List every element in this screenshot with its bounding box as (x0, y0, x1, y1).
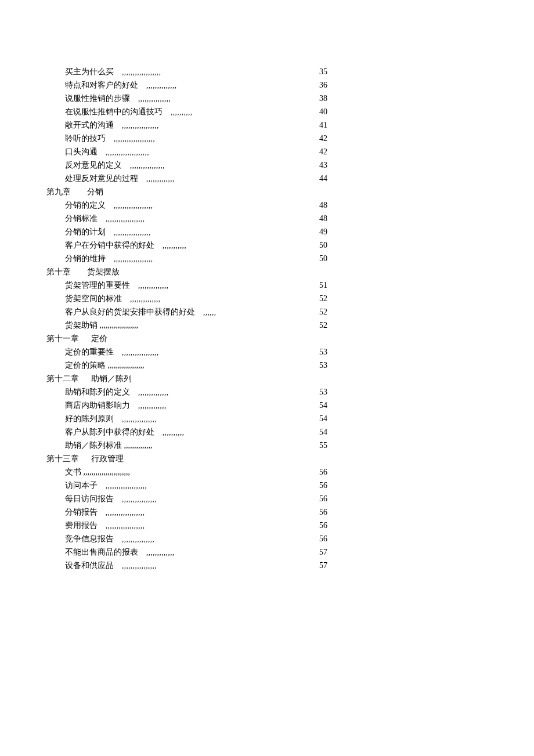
entry-leader: ,,,,,,,,,,,,,,,, (122, 559, 157, 572)
entry-leader: ,,,,,,,,,,,,,,,,, (122, 345, 159, 359)
entry-page-number: 50 (319, 238, 342, 252)
toc-chapter-heading: 第十一章 定价 (46, 332, 342, 345)
entry-page-number: 53 (319, 345, 342, 359)
entry-page-number: 42 (319, 145, 342, 158)
entry-page-number: 56 (319, 505, 342, 519)
entry-leader: ,,,,,,,,,,,,, (146, 172, 175, 185)
entry-title: 在说服性推销中的沟通技巧 (65, 105, 163, 118)
entry-leader: ,,,,,,,,,,,,,,,,,, (122, 65, 161, 78)
entry-leader: ,,,,,,,,,,,,,,,,,,, (114, 132, 155, 145)
entry-leader: ,,,,,,,,,, (171, 105, 193, 118)
entry-leader: ,,,,,,,,,,,,,,,,, (114, 225, 151, 238)
entry-page-number: 40 (319, 105, 342, 118)
toc-entry: 分销标准,,,,,,,,,,,,,,,,,,48 (46, 212, 342, 225)
entry-page-number: 54 (319, 425, 342, 439)
entry-title: 费用报告 (65, 519, 98, 532)
entry-page-number: 36 (319, 78, 342, 92)
entry-page-number: 56 (319, 519, 342, 532)
entry-title: 处理反对意见的过程 (65, 172, 138, 185)
toc-entry: 货架助销 ,,,,,,,,,,,,,,,,,,,52 (46, 319, 342, 332)
entry-page-number: 52 (319, 305, 342, 319)
toc-entry: 助销和陈列的定义,,,,,,,,,,,,,,53 (46, 385, 342, 399)
toc-entry: 费用报告,,,,,,,,,,,,,,,,,,56 (46, 519, 342, 532)
toc-entry: 买主为什么买,,,,,,,,,,,,,,,,,,35 (46, 65, 342, 78)
toc-entry: 分销的计划,,,,,,,,,,,,,,,,,49 (46, 225, 342, 238)
entry-page-number: 41 (319, 118, 342, 132)
entry-title: 说服性推销的步骤 (65, 92, 130, 105)
toc-entry: 特点和对客户的好处,,,,,,,,,,,,,,36 (46, 78, 342, 92)
toc-entry: 货架管理的重要性,,,,,,,,,,,,,,51 (46, 278, 342, 292)
entry-leader: ,,,,,,,,,,,,,,,,,, (106, 505, 145, 519)
entry-leader: ,,,,,,,,,,,,,,,, (130, 158, 165, 172)
entry-page-number: 35 (319, 65, 342, 78)
toc-entry: 定价的策略 ,,,,,,,,,,,,,,,,,,53 (46, 359, 342, 372)
entry-title: 商店内助销影响力 (65, 399, 130, 412)
entry-title: 分销报告 (65, 505, 98, 519)
entry-leader: ,,,,,,,,,,,,,, (130, 292, 161, 305)
toc-entry: 定价的重要性,,,,,,,,,,,,,,,,,53 (46, 345, 342, 359)
entry-leader: ,,,,,,,,,,,,,,,,,, (106, 212, 145, 225)
entry-title: 客户从良好的货架安排中获得的好处 (65, 305, 195, 319)
entry-title: 定价的重要性 (65, 345, 114, 359)
entry-title: 不能出售商品的报表 (65, 545, 138, 559)
entry-title: 助销／陈列标准 ,,,,,,,,,,,,,, (65, 439, 153, 452)
entry-page-number: 54 (319, 399, 342, 412)
entry-page-number: 53 (319, 359, 342, 372)
entry-title: 客户从陈列中获得的好处 (65, 425, 154, 439)
entry-leader: ,,,,,,,,,,,,,,,,,, (114, 198, 153, 212)
toc-chapter-heading: 第十章 货架摆放 (46, 265, 342, 278)
entry-page-number: 52 (319, 319, 342, 332)
entry-page-number: 56 (319, 465, 342, 479)
entry-leader: ,,,,,,,,,,,,,,,,,,, (106, 479, 147, 492)
toc-entry: 敞开式的沟通,,,,,,,,,,,,,,,,,41 (46, 118, 342, 132)
entry-page-number: 52 (319, 292, 342, 305)
entry-leader: ,,,,,,,,,,,,, (146, 545, 175, 559)
toc-entry: 客户从陈列中获得的好处,,,,,,,,,,54 (46, 425, 342, 439)
entry-leader: ,,,,,,,,,,, (163, 238, 186, 252)
entry-title: 聆听的技巧 (65, 132, 106, 145)
entry-leader: ,,,,,,,,,,,,,,, (122, 532, 154, 545)
entry-title: 分销标准 (65, 212, 98, 225)
entry-page-number: 51 (319, 278, 342, 292)
entry-page-number: 44 (319, 172, 342, 185)
chapter-title: 第十三章 行政管理 (46, 452, 124, 465)
entry-leader: ,,,,,,,,,,,,,, (146, 78, 177, 92)
entry-page-number: 56 (319, 532, 342, 545)
entry-title: 好的陈列原则 (65, 412, 114, 425)
entry-title: 反对意见的定义 (65, 158, 122, 172)
toc-entry: 反对意见的定义,,,,,,,,,,,,,,,,43 (46, 158, 342, 172)
entry-leader: ,,,,,,,,,,,,,,,,, (122, 118, 159, 132)
entry-page-number: 54 (319, 412, 342, 425)
entry-title: 分销的维持 (65, 252, 106, 265)
entry-title: 访问本子 (65, 479, 98, 492)
toc-entry: 口头沟通,,,,,,,,,,,,,,,,,,,,42 (46, 145, 342, 158)
toc-chapter-heading: 第十三章 行政管理 (46, 452, 342, 465)
entry-title: 竞争信息报告 (65, 532, 114, 545)
entry-title: 特点和对客户的好处 (65, 78, 138, 92)
toc-entry: 处理反对意见的过程,,,,,,,,,,,,,44 (46, 172, 342, 185)
entry-page-number: 56 (319, 492, 342, 505)
toc-chapter-heading: 第十二章 助销／陈列 (46, 372, 342, 385)
toc-entry: 货架空间的标准,,,,,,,,,,,,,,52 (46, 292, 342, 305)
entry-page-number: 48 (319, 198, 342, 212)
toc-entry: 聆听的技巧,,,,,,,,,,,,,,,,,,,42 (46, 132, 342, 145)
toc-entry: 客户从良好的货架安排中获得的好处,,,,,,52 (46, 305, 342, 319)
toc-entry: 说服性推销的步骤,,,,,,,,,,,,,,,38 (46, 92, 342, 105)
entry-page-number: 38 (319, 92, 342, 105)
entry-title: 客户在分销中获得的好处 (65, 238, 154, 252)
entry-title: 分销的计划 (65, 225, 106, 238)
entry-page-number: 50 (319, 252, 342, 265)
entry-title: 分销的定义 (65, 198, 106, 212)
entry-title: 货架助销 ,,,,,,,,,,,,,,,,,,, (65, 319, 138, 332)
entry-page-number: 53 (319, 385, 342, 399)
toc-container: 买主为什么买,,,,,,,,,,,,,,,,,,35特点和对客户的好处,,,,,… (46, 65, 342, 572)
toc-entry: 客户在分销中获得的好处,,,,,,,,,,,50 (46, 238, 342, 252)
entry-title: 口头沟通 (65, 145, 98, 158)
entry-page-number: 43 (319, 158, 342, 172)
entry-leader: ,,,,,,,,,,,,,, (138, 385, 169, 399)
entry-title: 货架空间的标准 (65, 292, 122, 305)
entry-leader: ,,,,,,,,,,,,,, (138, 278, 169, 292)
entry-page-number: 48 (319, 212, 342, 225)
toc-entry: 好的陈列原则,,,,,,,,,,,,,,,,54 (46, 412, 342, 425)
entry-leader: ,,,,,,,,,,,,,,,,,,,, (106, 145, 149, 158)
